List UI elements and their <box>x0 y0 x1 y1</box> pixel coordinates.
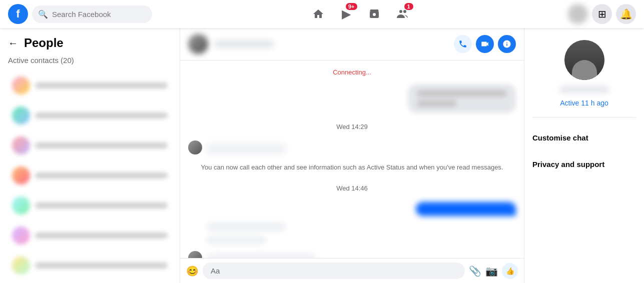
info-button[interactable] <box>498 35 516 53</box>
sender-avatar <box>188 140 202 154</box>
message-row <box>188 140 516 154</box>
chat-header <box>180 28 524 60</box>
contact-name <box>35 262 168 268</box>
left-sidebar: ← People Active contacts (20) <box>0 28 180 283</box>
send-button[interactable]: 👍 <box>502 263 518 279</box>
active-contacts-label: Active contacts (20) <box>8 56 172 64</box>
nav-right: ⊞ 🔔 <box>568 4 636 24</box>
contact-avatar <box>12 166 30 184</box>
back-button[interactable]: ← <box>8 38 18 49</box>
chat-contact-name <box>214 40 274 48</box>
contact-avatar <box>12 106 30 124</box>
image-button[interactable]: 📷 <box>485 265 498 277</box>
voice-call-button[interactable] <box>454 35 472 53</box>
timestamp-1: Wed 14:29 <box>188 123 516 130</box>
right-panel: Active 11 h ago Customise chat Privacy a… <box>524 28 644 283</box>
active-status: Active 11 h ago <box>560 99 608 107</box>
message-row <box>188 222 516 232</box>
chat-actions <box>454 35 516 53</box>
grid-menu-button[interactable]: ⊞ <box>592 4 612 24</box>
contact-profile-name <box>559 86 609 93</box>
contact-avatar <box>12 76 30 94</box>
message-bubble <box>206 253 316 258</box>
contact-avatar <box>12 256 30 274</box>
privacy-support-option[interactable]: Privacy and support <box>532 154 636 174</box>
watch-badge: 9+ <box>346 3 357 10</box>
marketplace-button[interactable] <box>362 2 386 26</box>
timestamp-2: Wed 14:46 <box>188 184 516 192</box>
video-call-button[interactable] <box>476 35 494 53</box>
contact-name <box>35 232 168 238</box>
sender-avatar <box>188 251 202 258</box>
list-item[interactable] <box>8 132 172 158</box>
message-row <box>188 202 516 216</box>
contact-avatar <box>12 136 30 154</box>
list-item[interactable] <box>8 162 172 188</box>
emoji-button[interactable]: 😊 <box>186 265 199 277</box>
message-bubble <box>206 142 286 154</box>
search-bar[interactable]: 🔍 <box>32 6 152 23</box>
user-avatar[interactable] <box>568 4 588 24</box>
contact-list <box>8 72 172 283</box>
contact-profile-avatar[interactable] <box>564 40 604 80</box>
list-item[interactable] <box>8 192 172 218</box>
contact-avatar <box>12 226 30 244</box>
message-input[interactable]: Aa <box>203 262 465 279</box>
groups-badge: 1 <box>404 3 413 10</box>
system-message: You can now call each other and see info… <box>188 160 516 174</box>
watch-button[interactable]: ▶ 9+ <box>334 2 358 26</box>
sidebar-title: People <box>24 36 64 50</box>
contact-name <box>35 112 168 118</box>
notifications-button[interactable]: 🔔 <box>616 4 636 24</box>
message-row <box>188 251 516 258</box>
svg-point-1 <box>403 10 406 13</box>
search-input[interactable] <box>52 10 146 18</box>
list-item[interactable] <box>8 72 172 98</box>
message-input-bar: 😊 Aa 📎 📷 👍 <box>180 258 524 283</box>
contact-name <box>35 82 168 88</box>
message-row <box>188 84 516 113</box>
contact-name <box>35 142 168 148</box>
messages-container[interactable]: Connecting... Wed 14:29 You can now call… <box>180 60 524 258</box>
svg-point-0 <box>399 10 402 13</box>
home-button[interactable] <box>306 2 330 26</box>
message-bubble <box>416 202 516 216</box>
message-row <box>188 235 516 245</box>
list-item[interactable] <box>8 102 172 128</box>
chat-contact-avatar[interactable] <box>188 34 208 54</box>
list-item[interactable] <box>8 252 172 278</box>
nav-left: f 🔍 <box>8 4 152 24</box>
contact-name <box>35 202 168 208</box>
attachment-button[interactable]: 📎 <box>469 265 481 277</box>
grid-icon: ⊞ <box>598 8 606 20</box>
connecting-status: Connecting... <box>188 68 516 76</box>
groups-button[interactable]: 1 <box>390 2 414 26</box>
customise-chat-option[interactable]: Customise chat <box>532 128 636 148</box>
list-item[interactable] <box>8 222 172 248</box>
contact-name <box>35 172 168 178</box>
divider <box>532 117 636 118</box>
sidebar-header: ← People <box>8 36 172 50</box>
facebook-logo[interactable]: f <box>8 4 28 24</box>
search-icon: 🔍 <box>38 10 48 19</box>
contact-avatar <box>12 196 30 214</box>
message-group <box>188 222 516 245</box>
chat-area: Connecting... Wed 14:29 You can now call… <box>180 28 524 283</box>
nav-center: ▶ 9+ 1 <box>306 2 414 26</box>
notifications-icon: 🔔 <box>620 8 632 20</box>
